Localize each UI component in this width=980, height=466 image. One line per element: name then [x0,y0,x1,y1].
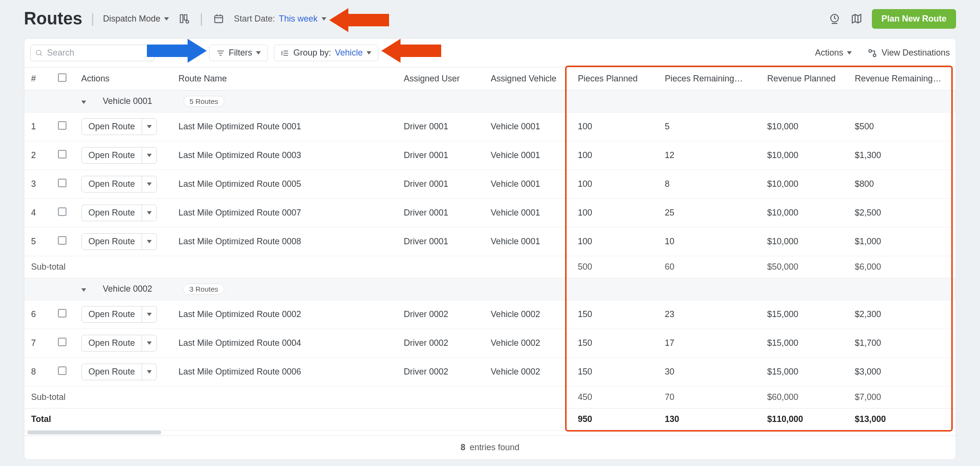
pieces-remaining-cell: 25 [658,199,760,227]
row-checkbox[interactable] [58,366,67,375]
chevron-down-icon [81,101,86,104]
search-icon [35,49,43,57]
col-revenue-planned[interactable]: Revenue Planned [760,68,848,91]
revenue-planned-cell: $10,000 [760,227,848,256]
route-name-cell: Last Mile Optimized Route 0007 [172,199,397,227]
assigned-vehicle-cell: Vehicle 0002 [484,358,571,386]
assigned-user-cell: Driver 0001 [397,170,484,199]
col-number[interactable]: # [24,68,51,91]
total-label: Total [24,409,172,431]
chevron-down-icon [322,17,326,21]
revenue-planned-cell: $10,000 [760,170,848,199]
row-number: 7 [24,329,51,358]
pieces-planned-cell: 100 [571,141,658,170]
group-by-button[interactable]: Group by: Vehicle [274,45,379,61]
open-route-button[interactable]: Open Route [81,306,157,323]
dispatch-mode-dropdown[interactable]: Dispatch Mode [103,14,169,24]
view-destinations-button[interactable]: View Destinations [867,48,950,58]
row-number: 5 [24,227,51,256]
filters-label: Filters [229,48,252,58]
revenue-remaining-cell: $3,000 [848,358,956,386]
row-checkbox[interactable] [58,309,67,318]
history-icon[interactable] [828,12,841,25]
group-row[interactable]: Vehicle 0002 3 Routes [24,278,956,300]
filter-icon [216,49,225,57]
col-assigned-vehicle[interactable]: Assigned Vehicle [484,68,571,91]
route-add-icon[interactable] [178,12,191,25]
row-checkbox[interactable] [58,338,67,346]
revenue-remaining-cell: $800 [848,170,956,199]
row-checkbox[interactable] [58,150,67,159]
subtotal-revr: $7,000 [848,386,956,409]
assigned-vehicle-cell: Vehicle 0001 [484,141,571,170]
chevron-down-icon[interactable] [142,234,156,250]
row-checkbox[interactable] [58,179,67,187]
routes-panel: Filters Group by: Vehicle Actions View D… [24,38,956,460]
revenue-planned-cell: $15,000 [760,329,848,358]
pieces-planned-cell: 150 [571,300,658,329]
pieces-planned-cell: 150 [571,358,658,386]
open-route-button[interactable]: Open Route [81,335,157,352]
map-icon[interactable] [850,12,863,25]
open-route-button[interactable]: Open Route [81,233,157,250]
revenue-planned-cell: $10,000 [760,141,848,170]
svg-point-22 [873,54,876,57]
chevron-down-icon[interactable] [142,364,156,380]
total-row: Total 950 130 $110,000 $13,000 [24,409,956,431]
view-destinations-label: View Destinations [881,48,950,58]
pieces-remaining-cell: 10 [658,227,760,256]
calendar-icon[interactable] [212,12,225,25]
subtotal-revr: $6,000 [848,256,956,278]
col-pieces-planned[interactable]: Pieces Planned [571,68,658,91]
revenue-planned-cell: $10,000 [760,113,848,141]
col-revenue-remaining[interactable]: Revenue Remaining… [848,68,956,91]
open-route-button[interactable]: Open Route [81,147,157,164]
col-pieces-remaining[interactable]: Pieces Remaining… [658,68,760,91]
chevron-down-icon[interactable] [142,335,156,351]
group-name: Vehicle 0001 [103,96,152,106]
table-header-row: # Actions Route Name Assigned User Assig… [24,68,956,91]
pieces-remaining-cell: 8 [658,170,760,199]
row-checkbox[interactable] [58,207,67,216]
group-by-value: Vehicle [335,48,363,58]
start-date-dropdown[interactable]: Start Date: This week [234,14,326,24]
pieces-planned-cell: 100 [571,113,658,141]
row-checkbox[interactable] [58,236,67,245]
route-count-badge: 5 Routes [183,96,224,107]
open-route-button[interactable]: Open Route [81,364,157,380]
chevron-down-icon[interactable] [142,148,156,163]
chevron-down-icon[interactable] [142,205,156,221]
open-route-button[interactable]: Open Route [81,205,157,221]
top-bar: Routes | Dispatch Mode | Start Date: Thi… [24,9,956,29]
open-route-button[interactable]: Open Route [81,118,157,135]
chevron-down-icon[interactable] [142,176,156,192]
group-row[interactable]: Vehicle 0001 5 Routes [24,91,956,113]
svg-line-13 [40,54,42,56]
horizontal-scrollbar[interactable] [24,431,956,435]
pieces-remaining-cell: 17 [658,329,760,358]
actions-dropdown[interactable]: Actions [815,48,852,58]
route-name-cell: Last Mile Optimized Route 0006 [172,358,397,386]
select-all-checkbox[interactable] [58,73,67,82]
row-number: 3 [24,170,51,199]
filters-button[interactable]: Filters [209,45,268,61]
col-route-name[interactable]: Route Name [172,68,397,91]
revenue-remaining-cell: $1,700 [848,329,956,358]
table-row: 5 Open Route Last Mile Optimized Route 0… [24,227,956,256]
total-pp: 950 [571,409,658,431]
subtotal-pr: 70 [658,386,760,409]
search-input[interactable] [47,48,149,58]
col-assigned-user[interactable]: Assigned User [397,68,484,91]
chevron-down-icon[interactable] [142,119,156,135]
chevron-down-icon[interactable] [142,307,156,322]
open-route-button[interactable]: Open Route [81,176,157,193]
chevron-down-icon [367,51,371,55]
row-checkbox[interactable] [58,121,67,130]
search-input-wrapper[interactable] [30,45,155,61]
col-actions[interactable]: Actions [75,68,172,91]
destinations-icon [867,48,878,58]
plan-new-route-button[interactable]: Plan New Route [872,9,956,29]
revenue-remaining-cell: $1,000 [848,227,956,256]
start-date-value: This week [279,14,318,24]
pieces-planned-cell: 100 [571,199,658,227]
